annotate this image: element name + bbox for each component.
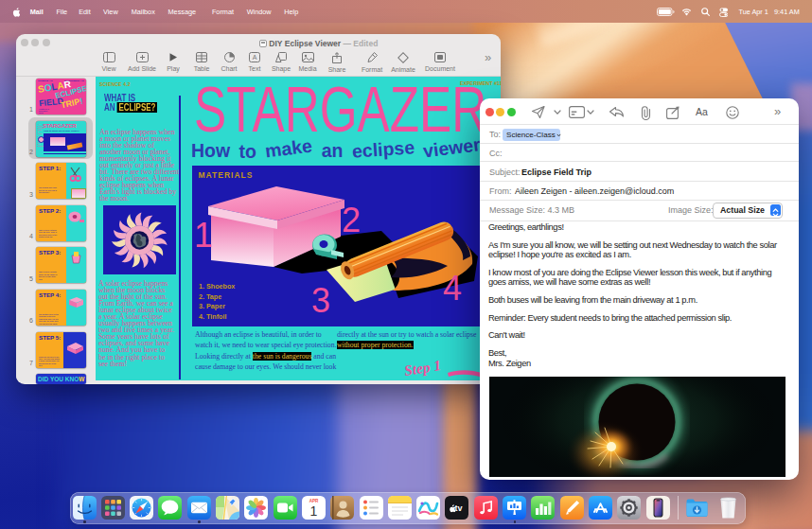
- svg-text:4: 4: [443, 269, 462, 308]
- svg-text:3: 3: [311, 281, 330, 320]
- svg-text:2. Tape: 2. Tape: [199, 292, 221, 301]
- svg-text:2: 2: [342, 201, 361, 239]
- svg-text:A: A: [253, 54, 257, 61]
- svg-text:1. Shoebox: 1. Shoebox: [199, 282, 235, 291]
- svg-text:3. Paper: 3. Paper: [199, 302, 225, 310]
- svg-text:tv: tv: [455, 503, 463, 513]
- svg-text:4. Tinfoil: 4. Tinfoil: [199, 312, 226, 321]
- svg-text:MATERIALS: MATERIALS: [199, 170, 254, 180]
- svg-text:1: 1: [309, 503, 317, 519]
- svg-text:1: 1: [194, 216, 213, 255]
